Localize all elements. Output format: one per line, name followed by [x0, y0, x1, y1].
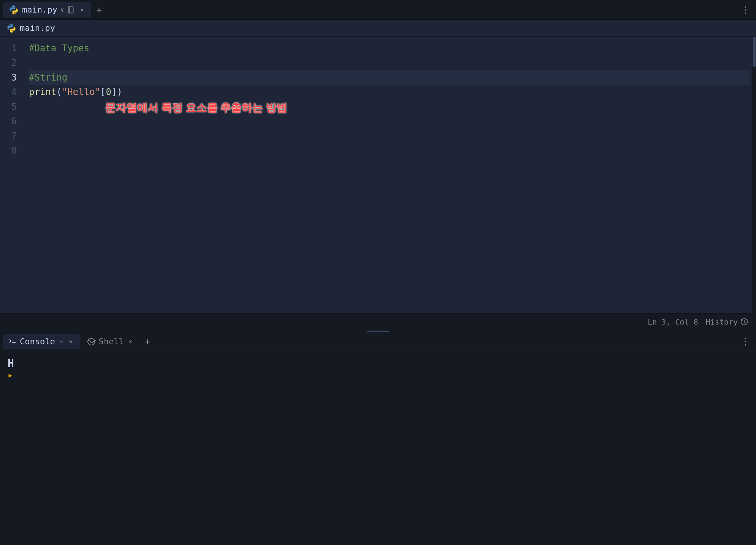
history-button[interactable]: History [706, 317, 748, 326]
cursor-position: Ln 3, Col 8 [648, 317, 698, 326]
editor-area: 1 2 3 4 5 6 7 8 #Data Types #String prin… [0, 36, 756, 330]
console-tab-close-button[interactable]: × [67, 337, 75, 346]
history-icon [740, 318, 748, 326]
line-num-1: 1 [0, 41, 23, 55]
line-num-8: 8 [0, 143, 23, 158]
tab-label: main.py [22, 5, 57, 14]
notebook-icon [67, 6, 75, 14]
console-tab-icon [8, 337, 17, 346]
code-line-1: #Data Types [29, 41, 750, 55]
panel-divider-handle [367, 331, 389, 332]
history-label: History [706, 317, 738, 326]
line-num-6: 6 [0, 114, 23, 128]
new-tab-button[interactable]: + [92, 3, 105, 17]
code-line-7 [29, 158, 750, 172]
console-tab[interactable]: Console × [3, 334, 80, 349]
shell-tab-close-button[interactable]: × [127, 337, 134, 346]
breadcrumb-python-icon [6, 23, 17, 33]
shell-icon [87, 337, 96, 346]
code-line-4: print("Hello"[0]) [29, 85, 750, 99]
code-editor[interactable]: #Data Types #String print("Hello"[0]) 문자… [23, 36, 756, 313]
console-panel: Console × Shell × + ⋮ H ▸ [0, 332, 756, 545]
editor-scrollbar-thumb [753, 36, 756, 67]
console-tab-label: Console [20, 337, 55, 346]
code-line-2 [29, 55, 750, 70]
tooltip-korean-text: 문자열에서 특정 요소를 추출하는 방법 [105, 100, 287, 117]
shell-tab-label: Shell [99, 337, 124, 346]
breadcrumb-filename: main.py [20, 23, 55, 33]
breadcrumb: main.py [0, 20, 756, 36]
status-bar: Ln 3, Col 8 History [0, 313, 756, 330]
line-num-3: 3 [0, 70, 23, 85]
code-line-6 [29, 143, 750, 158]
console-prompt: ▸ [8, 370, 748, 380]
console-tabs: Console × Shell × + ⋮ [0, 332, 756, 351]
editor-content[interactable]: 1 2 3 4 5 6 7 8 #Data Types #String prin… [0, 36, 756, 313]
line-num-5: 5 [0, 100, 23, 114]
main-tab[interactable]: main.py ∨ × [3, 2, 91, 17]
console-output-h: H [8, 357, 748, 370]
line-num-7: 7 [0, 128, 23, 143]
shell-tab[interactable]: Shell × [81, 334, 140, 349]
console-menu-button[interactable]: ⋮ [738, 335, 753, 349]
title-bar-menu-button[interactable]: ⋮ [738, 3, 753, 17]
svg-rect-0 [68, 6, 73, 13]
tab-close-button[interactable]: × [78, 5, 86, 14]
console-tab-chevron-icon [58, 339, 64, 345]
line-num-4: 4 [0, 85, 23, 99]
console-add-tab-button[interactable]: + [141, 335, 154, 349]
line-num-2: 2 [0, 55, 23, 70]
cursor-position-text: Ln 3, Col 8 [648, 317, 698, 326]
editor-scrollbar[interactable] [752, 36, 756, 313]
python-logo-icon [8, 5, 19, 15]
code-line-5: 문자열에서 특정 요소를 추출하는 방법 [29, 100, 750, 143]
code-line-3: #String [29, 70, 750, 85]
tab-chevron-icon: ∨ [60, 6, 64, 13]
code-line-8 [29, 173, 750, 187]
console-content[interactable]: H ▸ [0, 351, 756, 545]
line-numbers: 1 2 3 4 5 6 7 8 [0, 36, 23, 313]
title-bar: main.py ∨ × + ⋮ [0, 0, 756, 20]
